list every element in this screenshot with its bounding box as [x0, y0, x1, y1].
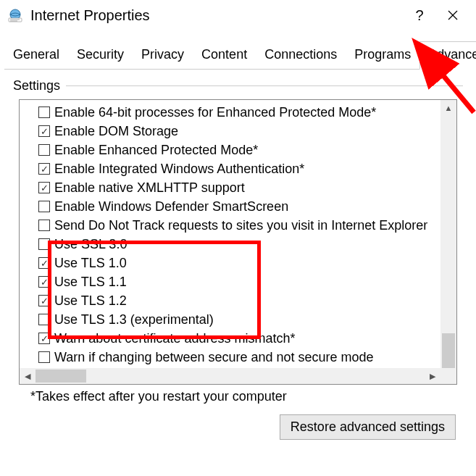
setting-label: Warn if changing between secure and not … [54, 350, 374, 365]
tab-programs[interactable]: Programs [346, 41, 419, 70]
scroll-left-arrow-icon[interactable]: ◀ [20, 368, 36, 384]
setting-item[interactable]: Warn if changing between secure and not … [38, 348, 456, 367]
setting-item[interactable]: Enable Enhanced Protected Mode* [38, 141, 456, 159]
settings-list: Enable 64-bit processes for Enhanced Pro… [20, 100, 456, 384]
checkbox-icon[interactable] [38, 201, 50, 212]
setting-label: Send Do Not Track requests to sites you … [54, 218, 427, 233]
checkbox-icon[interactable] [38, 144, 50, 156]
help-button[interactable]: ? [405, 2, 434, 28]
setting-item[interactable]: Enable 64-bit processes for Enhanced Pro… [38, 103, 456, 122]
horizontal-scrollbar[interactable]: ◀ ▶ [20, 368, 456, 384]
restore-advanced-settings-button[interactable]: Restore advanced settings [280, 414, 456, 440]
window-title: Internet Properties [30, 7, 405, 24]
setting-item[interactable]: Enable Integrated Windows Authentication… [38, 159, 456, 178]
checkbox-icon[interactable] [38, 351, 50, 363]
checkbox-icon[interactable] [38, 314, 50, 325]
tab-content[interactable]: Content [193, 41, 256, 70]
groupbox-label: Settings [13, 78, 60, 93]
setting-label: Use SSL 3.0 [54, 237, 127, 252]
settings-listbox[interactable]: Enable 64-bit processes for Enhanced Pro… [19, 99, 457, 385]
tab-content-advanced: Settings Enable 64-bit processes for Enh… [0, 70, 476, 443]
tab-privacy[interactable]: Privacy [133, 41, 193, 70]
scroll-right-arrow-icon[interactable]: ▶ [425, 368, 440, 384]
vertical-scrollbar[interactable]: ▲ ▼ [440, 100, 456, 368]
groupbox-line [66, 85, 463, 86]
setting-label: Warn about certificate address mismatch* [54, 331, 295, 346]
close-button[interactable] [434, 2, 472, 28]
restart-footnote: *Takes effect after you restart your com… [30, 389, 463, 404]
setting-item[interactable]: Send Do Not Track requests to sites you … [38, 216, 456, 235]
setting-item[interactable]: Use TLS 1.3 (experimental) [38, 310, 456, 329]
tab-advanced[interactable]: Advanced [419, 41, 476, 70]
button-row: Restore advanced settings [13, 414, 456, 440]
checkbox-icon[interactable] [38, 333, 50, 344]
setting-label: Enable DOM Storage [54, 124, 178, 139]
hscroll-track[interactable] [36, 368, 425, 384]
setting-item[interactable]: Use TLS 1.1 [38, 272, 456, 291]
setting-item[interactable]: Enable DOM Storage [38, 122, 456, 141]
tab-strip: GeneralSecurityPrivacyContentConnections… [4, 41, 472, 70]
checkbox-icon[interactable] [38, 295, 50, 306]
titlebar: Internet Properties ? [0, 0, 476, 30]
setting-label: Use TLS 1.2 [54, 293, 127, 309]
checkbox-icon[interactable] [38, 182, 50, 193]
window-controls: ? [405, 2, 472, 28]
scroll-corner [440, 368, 456, 384]
setting-item[interactable]: Enable native XMLHTTP support [38, 178, 456, 197]
hscroll-thumb[interactable] [36, 369, 86, 383]
setting-label: Use TLS 1.1 [54, 275, 127, 290]
setting-label: Use TLS 1.0 [54, 256, 127, 271]
setting-label: Enable Enhanced Protected Mode* [54, 143, 258, 158]
setting-label: Use TLS 1.3 (experimental) [54, 312, 214, 327]
checkbox-icon[interactable] [38, 163, 50, 175]
setting-label: Enable 64-bit processes for Enhanced Pro… [54, 105, 376, 120]
setting-label: Enable Windows Defender SmartScreen [54, 199, 288, 214]
internet-options-icon [7, 7, 23, 23]
setting-item[interactable]: Use TLS 1.2 [38, 291, 456, 310]
tab-general[interactable]: General [4, 41, 68, 70]
checkbox-icon[interactable] [38, 276, 50, 288]
setting-label: Enable Integrated Windows Authentication… [54, 162, 304, 177]
tab-security[interactable]: Security [68, 41, 133, 70]
tab-connections[interactable]: Connections [256, 41, 346, 70]
groupbox-settings: Settings [13, 78, 463, 93]
setting-item[interactable]: Use TLS 1.0 [38, 254, 456, 272]
scroll-track[interactable] [440, 116, 456, 352]
setting-item[interactable]: Enable Windows Defender SmartScreen [38, 197, 456, 216]
checkbox-icon[interactable] [38, 125, 50, 137]
checkbox-icon[interactable] [38, 107, 50, 118]
checkbox-icon[interactable] [38, 257, 50, 269]
checkbox-icon[interactable] [38, 238, 50, 250]
setting-item[interactable]: Warn about certificate address mismatch* [38, 329, 456, 348]
checkbox-icon[interactable] [38, 220, 50, 231]
setting-item[interactable]: Use SSL 3.0 [38, 235, 456, 254]
setting-label: Enable native XMLHTTP support [54, 180, 245, 196]
scroll-up-arrow-icon[interactable]: ▲ [440, 100, 456, 116]
